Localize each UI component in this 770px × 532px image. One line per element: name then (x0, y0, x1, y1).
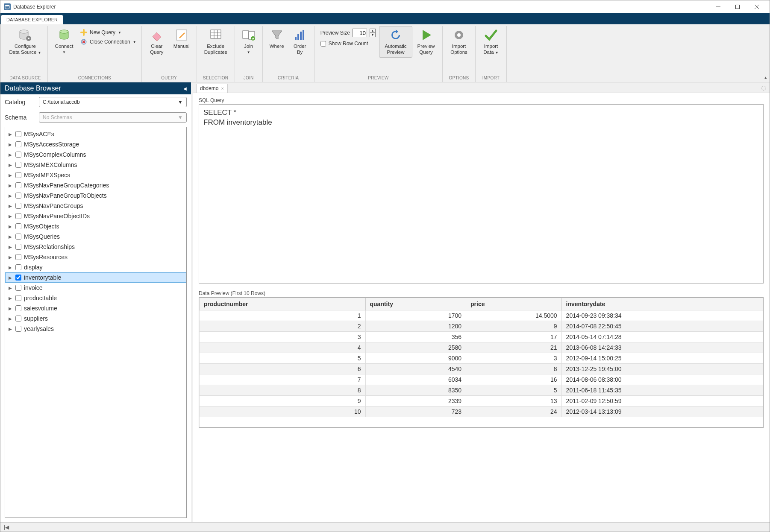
tree-item-MSysACEs[interactable]: ▶MSysACEs (5, 129, 186, 139)
expand-icon[interactable]: ▶ (9, 193, 13, 198)
expand-icon[interactable]: ▶ (9, 245, 13, 249)
new-query-button[interactable]: New Query ▼ (78, 28, 139, 37)
column-header[interactable]: inventorydate (561, 298, 763, 310)
order-by-button[interactable]: Order By (288, 26, 312, 58)
tree-item-MSysIMEXColumns[interactable]: ▶MSysIMEXColumns (5, 160, 186, 170)
table-row[interactable]: 3356172014-05-14 07:14:28 (200, 332, 763, 342)
tree-item-MSysQueries[interactable]: ▶MSysQueries (5, 231, 186, 242)
maximize-button[interactable] (728, 0, 747, 13)
exclude-duplicates-button[interactable]: Exclude Duplicates (200, 26, 232, 58)
table-row[interactable]: 1170014.50002014-09-23 09:38:34 (200, 310, 763, 321)
close-tab-icon[interactable]: × (221, 86, 223, 91)
tree-item-MSysObjects[interactable]: ▶MSysObjects (5, 221, 186, 231)
expand-icon[interactable]: ▶ (9, 214, 13, 219)
table-checkbox[interactable] (15, 244, 21, 250)
expand-icon[interactable]: ▶ (9, 275, 13, 280)
table-row[interactable]: 76034162014-08-06 08:38:00 (200, 374, 763, 385)
tree-item-yearlysales[interactable]: ▶yearlysales (5, 324, 186, 334)
where-button[interactable]: Where (265, 26, 288, 52)
minimize-button[interactable] (708, 0, 728, 13)
expand-icon[interactable]: ▶ (9, 224, 13, 229)
table-checkbox[interactable] (15, 254, 21, 260)
show-row-count-checkbox[interactable] (320, 41, 326, 47)
table-checkbox[interactable] (15, 316, 21, 322)
expand-icon[interactable]: ▶ (9, 286, 13, 290)
automatic-preview-button[interactable]: Automatic Preview (379, 26, 412, 58)
expand-icon[interactable]: ▶ (9, 306, 13, 311)
tab-dbdemo[interactable]: dbdemo × (196, 84, 228, 93)
table-checkbox[interactable] (15, 203, 21, 209)
expand-icon[interactable]: ▶ (9, 132, 13, 137)
column-header[interactable]: quantity (365, 298, 466, 310)
tree-item-MSysNavPaneGroupToObjects[interactable]: ▶MSysNavPaneGroupToObjects (5, 190, 186, 201)
table-tree[interactable]: ▶MSysACEs▶MSysAccessStorage▶MSysComplexC… (5, 127, 187, 518)
expand-icon[interactable]: ▶ (9, 316, 13, 321)
tree-item-MSysNavPaneGroups[interactable]: ▶MSysNavPaneGroups (5, 201, 186, 211)
tree-item-MSysNavPaneObjectIDs[interactable]: ▶MSysNavPaneObjectIDs (5, 211, 186, 221)
table-row[interactable]: 5900032012-09-14 15:00:25 (200, 353, 763, 364)
tree-item-MSysResources[interactable]: ▶MSysResources (5, 252, 186, 262)
sql-query-textarea[interactable]: SELECT * FROM inventorytable (199, 104, 764, 284)
table-checkbox[interactable] (15, 131, 21, 137)
preview-query-button[interactable]: Preview Query (412, 26, 440, 58)
tree-item-MSysNavPaneGroupCategories[interactable]: ▶MSysNavPaneGroupCategories (5, 180, 186, 190)
catalog-combo[interactable]: C:\tutorial.accdb ▼ (39, 97, 187, 107)
tree-item-invoice[interactable]: ▶invoice (5, 283, 186, 293)
table-row[interactable]: 42580212013-06-08 14:24:33 (200, 342, 763, 353)
schema-combo[interactable]: No Schemas ▼ (39, 112, 187, 123)
column-header[interactable]: productnumber (200, 298, 366, 310)
expand-icon[interactable]: ▶ (9, 265, 13, 270)
table-checkbox[interactable] (15, 234, 21, 240)
expand-icon[interactable]: ▶ (9, 234, 13, 239)
close-connection-button[interactable]: Close Connection ▼ (78, 37, 139, 47)
table-checkbox[interactable] (15, 223, 21, 229)
table-row[interactable]: 6454082013-12-25 19:45:00 (200, 364, 763, 374)
expand-icon[interactable]: ▶ (9, 183, 13, 188)
table-checkbox[interactable] (15, 213, 21, 219)
table-checkbox[interactable] (15, 305, 21, 311)
preview-size-spinner[interactable]: ▲▼ (370, 29, 376, 37)
table-checkbox[interactable] (15, 182, 21, 188)
manual-button[interactable]: Manual (169, 26, 194, 52)
tree-item-MSysComplexColumns[interactable]: ▶MSysComplexColumns (5, 149, 186, 160)
table-checkbox[interactable] (15, 152, 21, 158)
expand-icon[interactable]: ▶ (9, 173, 13, 178)
sidebar-collapse-icon[interactable]: ◀ (183, 86, 187, 91)
join-button[interactable]: Join ▼ (238, 26, 260, 56)
expand-icon[interactable]: ▶ (9, 327, 13, 331)
table-checkbox[interactable] (15, 193, 21, 199)
table-checkbox[interactable] (15, 141, 21, 147)
table-checkbox[interactable] (15, 264, 21, 270)
expand-icon[interactable]: ▶ (9, 152, 13, 157)
tab-database-explorer[interactable]: DATABASE EXPLORER (1, 15, 63, 24)
collapse-ribbon-button[interactable]: ▴ (764, 75, 767, 80)
expand-icon[interactable]: ▶ (9, 142, 13, 147)
table-checkbox[interactable] (15, 275, 21, 281)
import-data-button[interactable]: Import Data ▼ (478, 26, 504, 58)
table-checkbox[interactable] (15, 285, 21, 291)
table-row[interactable]: 10723242012-03-14 13:13:09 (200, 406, 763, 417)
configure-data-source-button[interactable]: Configure Data Source ▼ (6, 26, 45, 58)
import-options-button[interactable]: Import Options (445, 26, 473, 58)
preview-size-input[interactable] (353, 29, 367, 37)
tabs-options-icon[interactable]: ◌ (761, 84, 766, 91)
expand-icon[interactable]: ▶ (9, 255, 13, 260)
tree-item-producttable[interactable]: ▶producttable (5, 293, 186, 303)
tree-item-display[interactable]: ▶display (5, 262, 186, 272)
table-checkbox[interactable] (15, 295, 21, 301)
table-checkbox[interactable] (15, 326, 21, 332)
table-row[interactable]: 2120092014-07-08 22:50:45 (200, 321, 763, 332)
tree-item-inventorytable[interactable]: ▶inventorytable (5, 272, 186, 283)
expand-icon[interactable]: ▶ (9, 204, 13, 208)
table-row[interactable]: 8835052011-06-18 11:45:35 (200, 385, 763, 396)
expand-icon[interactable]: ▶ (9, 296, 13, 301)
close-button[interactable] (747, 0, 766, 13)
connect-button[interactable]: Connect ▼ (50, 26, 78, 56)
clear-query-button[interactable]: Clear Query (144, 26, 169, 58)
expand-icon[interactable]: ▶ (9, 163, 13, 167)
status-rewind-icon[interactable]: |◀ (4, 524, 9, 530)
data-preview-table[interactable]: productnumberquantitypriceinventorydate1… (199, 297, 764, 428)
tree-item-MSysIMEXSpecs[interactable]: ▶MSysIMEXSpecs (5, 170, 186, 180)
table-row[interactable]: 92339132011-02-09 12:50:59 (200, 396, 763, 406)
table-checkbox[interactable] (15, 172, 21, 178)
